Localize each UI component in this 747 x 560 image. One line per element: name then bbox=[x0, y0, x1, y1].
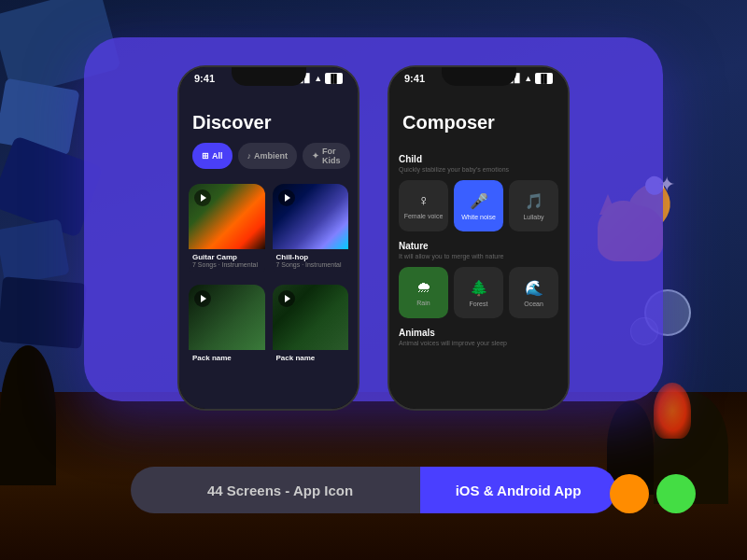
play-triangle-3 bbox=[201, 295, 206, 302]
section-animals: Animals Animal voices will improve your … bbox=[389, 328, 568, 363]
wifi-icon-2: ▲ bbox=[524, 74, 532, 83]
rain-label: Rain bbox=[416, 300, 430, 306]
filter-kids-icon: ✦ bbox=[312, 151, 319, 161]
discover-header: Discover ⊞ All ♪ Ambient ✦ For Kids bbox=[179, 86, 358, 176]
music-name-4: Pack name bbox=[276, 354, 345, 362]
phone2-time: 9:41 bbox=[404, 73, 425, 84]
section-nature-sublabel: It will allow you to merge with nature bbox=[399, 253, 558, 259]
forest-label: Forest bbox=[470, 301, 488, 307]
child-icon-row: ♀ Female voice 🎤 White noise 🎵 Lullaby bbox=[399, 180, 558, 231]
white-noise-icon: 🎤 bbox=[470, 192, 488, 210]
section-animals-label: Animals bbox=[399, 328, 558, 338]
ocean-label: Ocean bbox=[524, 301, 543, 307]
play-btn-2[interactable] bbox=[278, 189, 295, 206]
white-noise-label: White noise bbox=[461, 214, 496, 220]
play-btn-1[interactable] bbox=[194, 189, 211, 206]
filter-tabs: ⊞ All ♪ Ambient ✦ For Kids bbox=[192, 143, 345, 169]
play-triangle-1 bbox=[201, 194, 206, 202]
music-meta-1: 7 Songs · Instrumental bbox=[192, 261, 261, 268]
phone2-screen: 9:41 ▊▊▊ ▲ ▐▌ Composer Child Quickly sta… bbox=[389, 67, 568, 409]
section-child: Child Quickly stabilize your baby's emot… bbox=[389, 154, 568, 241]
section-nature-label: Nature bbox=[399, 241, 558, 251]
ocean-card[interactable]: 🌊 Ocean bbox=[509, 267, 558, 318]
music-card-4[interactable]: Pack name bbox=[273, 285, 349, 378]
phone-card: 9:41 ▊▊▊ ▲ ▐▌ Discover ⊞ All bbox=[84, 37, 663, 401]
play-triangle-4 bbox=[285, 295, 290, 302]
screens-pill-button[interactable]: 44 Screens - App Icon bbox=[131, 467, 420, 513]
section-nature: Nature It will allow you to merge with n… bbox=[389, 241, 568, 328]
music-info-3: Pack name bbox=[189, 350, 265, 366]
music-grid: Guitar Camp 7 Songs · Instrumental Chill bbox=[179, 176, 358, 385]
play-btn-3[interactable] bbox=[194, 290, 211, 307]
ios-android-pill-button[interactable]: iOS & Android App bbox=[420, 467, 616, 513]
filter-ambient-label: Ambient bbox=[254, 151, 288, 161]
screens-pill-label: 44 Screens - App Icon bbox=[207, 483, 353, 498]
orange-dot[interactable] bbox=[610, 474, 649, 513]
forest-card[interactable]: 🌲 Forest bbox=[454, 267, 503, 318]
lullaby-card[interactable]: 🎵 Lullaby bbox=[509, 180, 558, 231]
filter-all-label: All bbox=[212, 151, 223, 161]
rain-icon: 🌧 bbox=[416, 279, 431, 296]
filter-all[interactable]: ⊞ All bbox=[192, 143, 233, 169]
phone1-time: 9:41 bbox=[194, 73, 215, 84]
rain-card[interactable]: 🌧 Rain bbox=[399, 267, 448, 318]
filter-all-icon: ⊞ bbox=[202, 151, 209, 161]
phone1-screen: 9:41 ▊▊▊ ▲ ▐▌ Discover ⊞ All bbox=[179, 67, 358, 409]
wifi-icon: ▲ bbox=[314, 74, 322, 83]
filter-ambient-icon: ♪ bbox=[247, 151, 252, 161]
section-child-label: Child bbox=[399, 154, 558, 164]
composer-header: Composer bbox=[389, 86, 568, 154]
nature-icon-row: 🌧 Rain 🌲 Forest 🌊 Ocean bbox=[399, 267, 558, 318]
ios-android-label: iOS & Android App bbox=[456, 483, 582, 498]
music-meta-2: 7 Songs · Instrumental bbox=[276, 261, 345, 268]
ocean-icon: 🌊 bbox=[525, 279, 543, 297]
music-info-1: Guitar Camp 7 Songs · Instrumental bbox=[189, 249, 265, 272]
phone-1: 9:41 ▊▊▊ ▲ ▐▌ Discover ⊞ All bbox=[177, 65, 359, 411]
play-btn-4[interactable] bbox=[278, 290, 295, 307]
filter-ambient[interactable]: ♪ Ambient bbox=[238, 143, 298, 169]
music-name-3: Pack name bbox=[192, 354, 261, 362]
section-animals-sublabel: Animal voices will improve your sleep bbox=[399, 340, 558, 346]
battery-icon-2: ▐▌ bbox=[535, 73, 553, 84]
music-name-2: Chill-hop bbox=[276, 253, 345, 261]
thumb-forest bbox=[273, 285, 349, 350]
filter-kids[interactable]: ✦ For Kids bbox=[303, 143, 350, 169]
music-card-1[interactable]: Guitar Camp 7 Songs · Instrumental bbox=[189, 184, 265, 277]
female-voice-icon: ♀ bbox=[418, 192, 430, 209]
play-triangle-2 bbox=[285, 194, 290, 202]
color-dots bbox=[610, 474, 696, 513]
section-child-sublabel: Quickly stabilize your baby's emotions bbox=[399, 166, 558, 173]
music-name-1: Guitar Camp bbox=[192, 253, 261, 261]
discover-title: Discover bbox=[192, 112, 345, 133]
thumb-nature bbox=[189, 285, 265, 350]
female-voice-card[interactable]: ♀ Female voice bbox=[399, 180, 448, 231]
music-info-2: Chill-hop 7 Songs · Instrumental bbox=[273, 249, 349, 272]
music-card-3[interactable]: Pack name bbox=[189, 285, 265, 378]
composer-title: Composer bbox=[402, 112, 555, 133]
phone1-notch bbox=[232, 67, 306, 86]
female-voice-label: Female voice bbox=[404, 213, 444, 219]
thumb-camping bbox=[189, 184, 265, 249]
green-dot[interactable] bbox=[656, 474, 696, 513]
filter-kids-label: For Kids bbox=[322, 147, 341, 165]
phone2-notch bbox=[442, 67, 516, 86]
lullaby-label: Lullaby bbox=[523, 214, 543, 220]
lullaby-icon: 🎵 bbox=[525, 192, 543, 210]
music-info-4: Pack name bbox=[273, 350, 349, 366]
white-noise-card[interactable]: 🎤 White noise bbox=[454, 180, 503, 231]
music-card-2[interactable]: Chill-hop 7 Songs · Instrumental bbox=[273, 184, 349, 277]
forest-icon: 🌲 bbox=[470, 279, 488, 297]
phone-2: 9:41 ▊▊▊ ▲ ▐▌ Composer Child Quickly sta… bbox=[388, 65, 570, 411]
thumb-space bbox=[273, 184, 349, 249]
battery-icon: ▐▌ bbox=[325, 73, 343, 84]
